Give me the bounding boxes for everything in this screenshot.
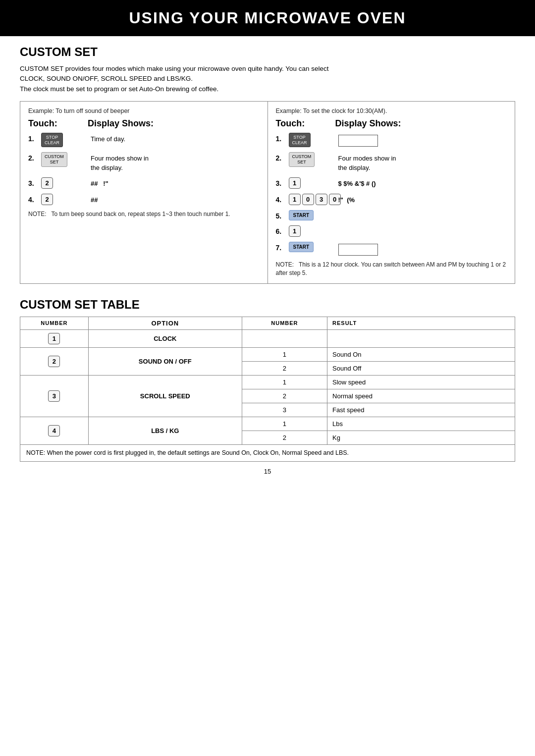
table-subnum-3-1: 1	[242, 375, 327, 389]
left-step3-display: ## !"	[91, 177, 260, 188]
right-step4-display: !" (%	[338, 194, 507, 205]
right-header-row: Touch: Display Shows:	[276, 118, 507, 129]
right-step3-display: $ $% &'$ # ()	[338, 177, 507, 188]
page-header: USING YOUR MICROWAVE OVEN	[0, 0, 535, 36]
table-option-4: LBS / KG	[88, 417, 242, 444]
num-btn-2b: 2	[41, 194, 53, 205]
num-btn-1b: 1	[289, 194, 301, 205]
left-step-1: 1. STOP CLEAR Time of day.	[28, 133, 260, 148]
table-result-4-1: Lbs	[327, 417, 515, 431]
table-subnum-3-3: 3	[242, 403, 327, 417]
left-step2-display: Four modes show inthe display.	[91, 152, 260, 172]
left-example-box: Example: To turn off sound of beeper Tou…	[20, 101, 268, 284]
table-num-2: 2	[20, 347, 89, 375]
table-num-3: 3	[20, 375, 89, 417]
header-title: USING YOUR MICROWAVE OVEN	[129, 9, 406, 27]
right-display-header: Display Shows:	[335, 118, 507, 129]
table-option-1: CLOCK	[88, 329, 242, 347]
right-step-6: 6. 1	[276, 225, 507, 237]
table-row-2: 2 SOUND ON / OFF 1 Sound On	[20, 347, 515, 361]
left-example-label: Example: To turn off sound of beeper	[28, 108, 260, 114]
right-touch-header: Touch:	[276, 118, 335, 129]
display-box-right7	[338, 244, 378, 256]
table-result-2-1: Sound On	[327, 347, 515, 361]
start-btn-right5: START	[289, 210, 314, 220]
section2-title-bold: CUSTOM	[20, 298, 71, 311]
right-step6-display	[338, 225, 507, 227]
table-result-3-2: Normal speed	[327, 389, 515, 403]
num-btn-3a: 3	[316, 194, 327, 205]
table-subnum-1	[242, 329, 327, 347]
left-step4-display: ##	[91, 194, 260, 205]
table-result-2-2: Sound Off	[327, 361, 515, 375]
right-note: NOTE: This is a 12 hour clock. You can s…	[276, 261, 507, 277]
col-number1: NUMBER	[20, 317, 89, 329]
examples-row: Example: To turn off sound of beeper Tou…	[20, 101, 515, 284]
left-step-3: 3. 2 ## !"	[28, 177, 260, 189]
left-step1-display: Time of day.	[91, 133, 260, 144]
num-btn-2a: 2	[41, 177, 53, 189]
table-option-2: SOUND ON / OFF	[88, 347, 242, 375]
right-step1-display	[338, 133, 507, 147]
table-row-1: 1 CLOCK	[20, 329, 515, 347]
table-subnum-2-1: 1	[242, 347, 327, 361]
custom-set-table: NUMBER OPTION NUMBER RESULT 1 CLOCK 2	[20, 317, 515, 445]
section2-title: CUSTOM SET TABLE	[20, 298, 515, 312]
table-subnum-3-2: 2	[242, 389, 327, 403]
custom-set-btn-right2: CUSTOM SET	[289, 152, 315, 167]
table-subnum-2-2: 2	[242, 361, 327, 375]
right-example-label: Example: To set the clock for 10:30(AM).	[276, 108, 507, 114]
num-btn-1c: 1	[289, 225, 301, 237]
col-result: RESULT	[327, 317, 515, 329]
custom-set-btn-left2: CUSTOM SET	[41, 152, 67, 167]
num-btn-0a: 0	[302, 194, 314, 205]
table-row-3: 3 SCROLL SPEED 1 Slow speed	[20, 375, 515, 389]
page-number: 15	[20, 468, 515, 475]
table-header-row: NUMBER OPTION NUMBER RESULT	[20, 317, 515, 329]
table-num-1: 1	[20, 329, 89, 347]
stop-clear-btn-right1: STOP CLEAR	[289, 133, 311, 148]
display-box-right1	[338, 135, 378, 147]
right-step-2: 2. CUSTOM SET Four modes show inthe disp…	[276, 152, 507, 172]
stop-clear-btn-left1: STOP CLEAR	[41, 133, 63, 148]
left-step-2: 2. CUSTOM SET Four modes show inthe disp…	[28, 152, 260, 172]
right-step-1: 1. STOP CLEAR	[276, 133, 507, 148]
right-step-3: 3. 1 $ $% &'$ # ()	[276, 177, 507, 189]
right-step-7: 7. START	[276, 242, 507, 256]
num-btn-1a: 1	[289, 177, 301, 189]
section2-title-rest: SET TABLE	[71, 298, 140, 311]
section1-title-rest: SET	[71, 45, 98, 58]
left-display-header: Display Shows:	[88, 118, 260, 129]
left-step-4: 4. 2 ##	[28, 194, 260, 205]
table-subnum-4-2: 2	[242, 431, 327, 444]
right-step-5: 5. START	[276, 210, 507, 220]
table-result-1	[327, 329, 515, 347]
start-btn-right7: START	[289, 242, 314, 252]
right-step7-display	[338, 242, 507, 256]
intro-text: CUSTOM SET provides four modes which mak…	[20, 64, 515, 94]
table-option-3: SCROLL SPEED	[88, 375, 242, 417]
right-step5-display	[338, 210, 507, 212]
table-row-4: 4 LBS / KG 1 Lbs	[20, 417, 515, 431]
table-result-4-2: Kg	[327, 431, 515, 444]
right-step2-display: Four modes show inthe display.	[338, 152, 507, 172]
left-touch-header: Touch:	[28, 118, 88, 129]
right-step-4: 4. 1 0 3 0 !" (%	[276, 194, 507, 205]
left-note: NOTE: To turn beep sound back on, repeat…	[28, 210, 260, 218]
col-number2: NUMBER	[242, 317, 327, 329]
table-subnum-4-1: 1	[242, 417, 327, 431]
right-example-box: Example: To set the clock for 10:30(AM).…	[268, 101, 516, 284]
table-note: NOTE: When the power cord is first plugg…	[20, 445, 515, 462]
section1-title: CUSTOM SET	[20, 45, 515, 59]
section1-title-bold: CUSTOM	[20, 45, 71, 58]
table-num-4: 4	[20, 417, 89, 444]
left-header-row: Touch: Display Shows:	[28, 118, 260, 129]
col-option: OPTION	[88, 317, 242, 329]
table-result-3-3: Fast speed	[327, 403, 515, 417]
table-result-3-1: Slow speed	[327, 375, 515, 389]
